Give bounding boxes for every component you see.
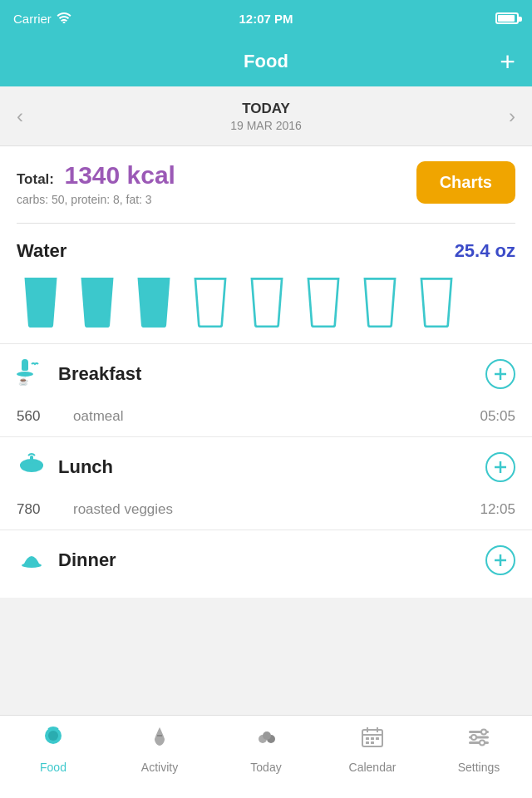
prev-day-button[interactable]: ‹ — [0, 96, 40, 136]
breakfast-time: 05:05 — [480, 408, 515, 425]
nav-activity[interactable]: Activity — [106, 724, 213, 774]
breakfast-kcal: 560 — [17, 408, 57, 425]
svg-point-14 — [48, 731, 58, 741]
carrier-label: Carrier — [13, 12, 52, 26]
meal-section-breakfast: ☕ Breakfast 560 oatmeal 05:05 — [0, 343, 532, 436]
svg-rect-23 — [371, 737, 374, 740]
water-glass-4[interactable] — [186, 273, 234, 330]
battery-icon — [495, 12, 519, 24]
breakfast-icon: ☕ — [17, 356, 47, 392]
lunch-food: roasted veggies — [73, 501, 463, 518]
calendar-icon — [359, 724, 386, 756]
breakfast-label: Breakfast — [58, 363, 141, 385]
dinner-add-button[interactable] — [485, 545, 515, 575]
dinner-label: Dinner — [58, 549, 116, 571]
main-content: Total: 1340 kcal carbs: 50, protein: 8, … — [0, 146, 532, 598]
add-button[interactable]: + — [500, 48, 515, 75]
page-title: Food — [244, 51, 288, 72]
calories-macros: carbs: 50, protein: 8, fat: 3 — [17, 193, 175, 206]
header: Food + — [0, 37, 532, 86]
svg-point-31 — [471, 735, 476, 740]
breakfast-food: oatmeal — [73, 408, 463, 425]
calendar-nav-label: Calendar — [349, 761, 397, 774]
lunch-label: Lunch — [58, 456, 113, 478]
lunch-icon — [17, 449, 47, 485]
nav-calendar[interactable]: Calendar — [319, 724, 426, 774]
wifi-icon — [57, 12, 71, 26]
calories-section: Total: 1340 kcal carbs: 50, protein: 8, … — [0, 146, 532, 214]
svg-point-0 — [62, 22, 65, 23]
svg-point-10 — [22, 563, 42, 568]
settings-icon — [466, 724, 492, 756]
lunch-add-button[interactable] — [485, 452, 515, 482]
calories-total: Total: 1340 kcal — [17, 161, 175, 190]
svg-rect-22 — [366, 737, 369, 740]
water-glass-7[interactable] — [356, 273, 404, 330]
meal-header-lunch: Lunch — [17, 449, 515, 485]
breakfast-entry: 560 oatmeal 05:05 — [17, 400, 515, 436]
svg-text:☕: ☕ — [18, 376, 29, 386]
water-glass-2[interactable] — [73, 273, 121, 330]
svg-point-30 — [481, 730, 486, 735]
water-section: Water 25.4 oz — [0, 232, 532, 343]
today-label: TODAY — [230, 101, 302, 117]
divider-calories — [17, 223, 515, 224]
meal-header-breakfast: ☕ Breakfast — [17, 356, 515, 392]
nav-settings[interactable]: Settings — [426, 724, 532, 774]
lunch-entry: 780 roasted veggies 12:05 — [17, 493, 515, 530]
status-bar-left: Carrier — [13, 12, 71, 26]
today-nav-label: Today — [250, 761, 281, 774]
water-glass-8[interactable] — [412, 273, 461, 330]
status-bar-right — [495, 12, 519, 24]
date-nav: ‹ TODAY 19 MAR 2016 › — [0, 86, 532, 146]
water-glass-5[interactable] — [243, 273, 291, 330]
nav-today[interactable]: Today — [213, 724, 319, 774]
water-glasses — [17, 273, 515, 330]
bottom-nav: Food Activity Today — [0, 715, 532, 798]
water-header: Water 25.4 oz — [17, 240, 515, 262]
calories-value: 1340 kcal — [64, 161, 175, 189]
meal-section-dinner: Dinner — [0, 530, 532, 598]
svg-point-32 — [480, 741, 485, 746]
breakfast-add-button[interactable] — [485, 359, 515, 389]
calories-info: Total: 1340 kcal carbs: 50, protein: 8, … — [17, 161, 175, 206]
status-bar: Carrier 12:07 PM — [0, 0, 532, 37]
next-day-button[interactable]: › — [492, 96, 532, 136]
svg-rect-7 — [30, 456, 33, 464]
nav-food[interactable]: Food — [0, 724, 106, 774]
food-icon — [40, 724, 66, 756]
date-display: TODAY 19 MAR 2016 — [230, 101, 302, 132]
svg-rect-6 — [20, 464, 43, 466]
food-nav-label: Food — [40, 761, 66, 774]
settings-nav-label: Settings — [458, 761, 500, 774]
charts-button[interactable]: Charts — [416, 161, 515, 204]
status-time: 12:07 PM — [239, 12, 293, 26]
dinner-icon — [17, 542, 47, 578]
water-amount: 25.4 oz — [455, 240, 515, 262]
meal-header-dinner: Dinner — [17, 542, 515, 578]
svg-rect-25 — [366, 741, 369, 744]
water-label: Water — [17, 240, 66, 262]
meal-section-lunch: Lunch 780 roasted veggies 12:05 — [0, 436, 532, 530]
water-glass-1[interactable] — [17, 273, 65, 330]
activity-icon — [146, 724, 173, 756]
total-label: Total: — [17, 171, 54, 187]
date-label: 19 MAR 2016 — [230, 119, 302, 132]
svg-rect-24 — [376, 737, 379, 740]
lunch-time: 12:05 — [480, 501, 515, 518]
svg-point-17 — [263, 732, 271, 740]
svg-rect-26 — [371, 741, 374, 744]
today-icon — [253, 724, 279, 756]
lunch-kcal: 780 — [17, 501, 57, 518]
water-glass-6[interactable] — [299, 273, 347, 330]
water-glass-3[interactable] — [130, 273, 178, 330]
activity-nav-label: Activity — [141, 761, 178, 774]
